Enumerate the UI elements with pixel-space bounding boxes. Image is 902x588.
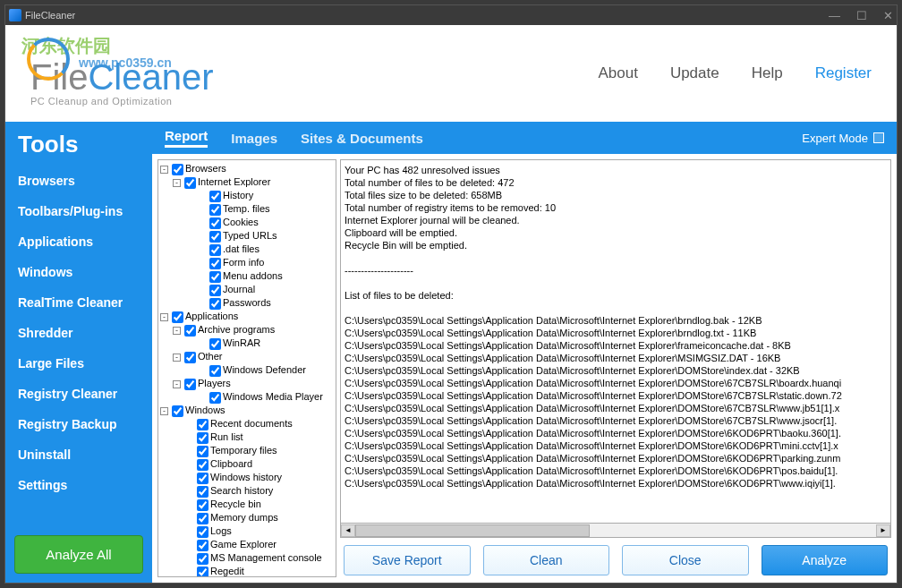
sidebar-item-windows[interactable]: Windows — [5, 257, 152, 287]
tree-checkbox[interactable] — [197, 553, 208, 565]
sidebar-item-registry-cleaner[interactable]: Registry Cleaner — [5, 379, 152, 409]
tree-checkbox[interactable] — [209, 365, 221, 377]
tree-node[interactable]: -Browsers — [160, 162, 334, 175]
scroll-right-button[interactable]: ► — [876, 524, 890, 537]
tree-node[interactable]: Search history — [160, 484, 334, 498]
tree-checkbox[interactable] — [172, 405, 183, 417]
close-window-button[interactable]: ✕ — [883, 9, 893, 22]
tree-checkbox[interactable] — [209, 258, 221, 269]
tree-checkbox[interactable] — [197, 446, 208, 457]
tree-node[interactable]: Temp. files — [160, 202, 334, 216]
report-text[interactable]: Your PC has 482 unresolved issuesTotal n… — [340, 159, 891, 524]
tree-node[interactable]: Regedit — [160, 565, 334, 577]
tree-checkbox[interactable] — [209, 285, 221, 296]
tree-checkbox[interactable] — [209, 392, 221, 404]
tree-node[interactable]: Menu addons — [160, 269, 334, 283]
sidebar-item-browsers[interactable]: Browsers — [5, 166, 152, 196]
expert-mode-checkbox[interactable] — [873, 132, 884, 143]
tree-node[interactable]: MS Management console — [160, 551, 334, 565]
tree-checkbox[interactable] — [197, 473, 208, 484]
minimize-button[interactable]: — — [829, 9, 840, 22]
tree-node[interactable]: WinRAR — [160, 337, 334, 350]
sidebar-item-largefiles[interactable]: Large Files — [5, 348, 152, 379]
tree-node[interactable]: Memory dumps — [160, 511, 334, 524]
maximize-button[interactable]: ☐ — [856, 9, 867, 22]
tree-expand-icon[interactable]: - — [160, 407, 168, 415]
tree-node[interactable]: .dat files — [160, 243, 334, 256]
tree-checkbox[interactable] — [197, 567, 208, 577]
tree-node[interactable]: Journal — [160, 283, 334, 296]
tree-checkbox[interactable] — [209, 204, 221, 216]
tree-node[interactable]: -Archive programs — [160, 323, 334, 337]
tree-checkbox[interactable] — [184, 379, 196, 390]
tree-node[interactable]: -Other — [160, 350, 334, 363]
tree-node[interactable]: Game Explorer — [160, 538, 334, 551]
tab-images[interactable]: Images — [231, 131, 277, 146]
tree-node[interactable]: Recycle bin — [160, 498, 334, 511]
tree-checkbox[interactable] — [197, 432, 208, 444]
tree-node[interactable]: -Players — [160, 377, 334, 390]
sidebar-item-registry-backup[interactable]: Registry Backup — [5, 409, 152, 439]
sidebar-item-applications[interactable]: Applications — [5, 226, 152, 257]
tree-checkbox[interactable] — [197, 513, 208, 524]
tree-checkbox[interactable] — [197, 540, 208, 551]
tree-node[interactable]: Temporary files — [160, 444, 334, 457]
sidebar-item-settings[interactable]: Settings — [5, 470, 152, 500]
tree-node[interactable]: History — [160, 189, 334, 202]
tree-node[interactable]: -Internet Explorer — [160, 175, 334, 189]
tree-checkbox[interactable] — [184, 352, 196, 363]
tree-node[interactable]: Typed URLs — [160, 229, 334, 243]
tree-node[interactable]: Cookies — [160, 216, 334, 229]
tree-node[interactable]: Clipboard — [160, 457, 334, 471]
nav-about[interactable]: About — [598, 64, 637, 82]
titlebar[interactable]: FileCleaner — ☐ ✕ — [5, 5, 897, 25]
nav-help[interactable]: Help — [752, 64, 783, 82]
sidebar-item-uninstall[interactable]: Uninstall — [5, 439, 152, 470]
tree-node[interactable]: Form info — [160, 256, 334, 269]
tree-expand-icon[interactable]: - — [173, 380, 181, 388]
analyze-button[interactable]: Analyze — [762, 545, 889, 575]
tree-expand-icon[interactable]: - — [160, 313, 168, 321]
tree-expand-icon[interactable]: - — [173, 354, 181, 362]
sidebar-item-toolbars[interactable]: Toolbars/Plug-ins — [5, 196, 152, 226]
tree-checkbox[interactable] — [172, 311, 183, 323]
tree-node[interactable]: Logs — [160, 524, 334, 538]
tree-checkbox[interactable] — [172, 164, 183, 175]
tree-checkbox[interactable] — [209, 338, 221, 350]
tree-expand-icon[interactable]: - — [173, 179, 181, 187]
tree-checkbox[interactable] — [209, 298, 221, 310]
tab-sites[interactable]: Sites & Documents — [301, 131, 423, 146]
scan-tree[interactable]: -Browsers-Internet ExplorerHistoryTemp. … — [157, 159, 336, 577]
tree-checkbox[interactable] — [209, 231, 221, 243]
analyze-all-button[interactable]: Analyze All — [14, 535, 143, 574]
expert-mode-toggle[interactable]: Expert Mode — [802, 132, 884, 145]
tree-node[interactable]: Windows history — [160, 471, 334, 484]
tree-expand-icon[interactable]: - — [160, 166, 168, 174]
tree-checkbox[interactable] — [197, 419, 208, 430]
tree-checkbox[interactable] — [197, 459, 208, 471]
tree-node[interactable]: Passwords — [160, 296, 334, 310]
tree-checkbox[interactable] — [209, 271, 221, 283]
tree-checkbox[interactable] — [209, 191, 221, 202]
tree-checkbox[interactable] — [209, 217, 221, 229]
sidebar-item-shredder[interactable]: Shredder — [5, 318, 152, 348]
tree-checkbox[interactable] — [197, 486, 208, 498]
tree-checkbox[interactable] — [184, 177, 196, 189]
tree-node[interactable]: Run list — [160, 430, 334, 444]
tree-checkbox[interactable] — [197, 526, 208, 538]
tree-node[interactable]: Windows Defender — [160, 363, 334, 377]
scroll-left-button[interactable]: ◄ — [341, 524, 355, 537]
tree-expand-icon[interactable]: - — [173, 327, 181, 335]
nav-register[interactable]: Register — [815, 64, 872, 82]
clean-button[interactable]: Clean — [483, 545, 610, 575]
tree-node[interactable]: -Applications — [160, 310, 334, 323]
horizontal-scrollbar[interactable]: ◄ ► — [340, 524, 891, 538]
tree-checkbox[interactable] — [184, 325, 196, 337]
tree-node[interactable]: -Windows — [160, 404, 334, 417]
sidebar-item-realtime[interactable]: RealTime Cleaner — [5, 287, 152, 318]
tree-checkbox[interactable] — [197, 499, 208, 511]
tab-report[interactable]: Report — [165, 128, 208, 148]
tree-node[interactable]: Windows Media Player — [160, 390, 334, 404]
nav-update[interactable]: Update — [670, 64, 719, 82]
close-button[interactable]: Close — [622, 545, 749, 575]
